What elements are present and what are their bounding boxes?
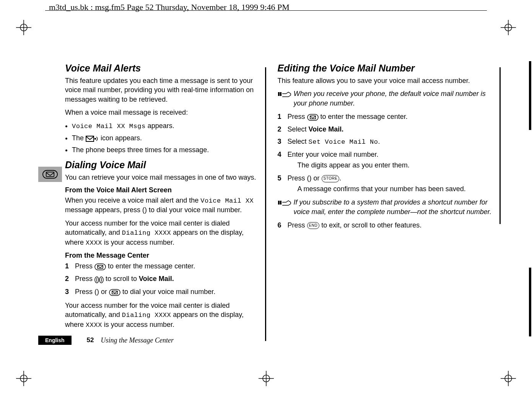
svg-rect-16 <box>46 172 54 177</box>
svg-rect-17 <box>86 136 94 141</box>
send-key: () <box>307 174 312 182</box>
step-text: . <box>339 174 341 182</box>
note: When you receive your phone, the default… <box>278 89 494 108</box>
page-footer: English 52 Using the Message Center <box>38 334 494 347</box>
envelope-key-icon <box>38 167 62 182</box>
envelope-key-icon <box>307 112 319 122</box>
crop-bar <box>529 61 531 406</box>
step-text: to exit, or scroll to other features. <box>319 221 421 229</box>
content-frame: Voice Mail Alerts This feature updates y… <box>38 63 494 341</box>
step-text: Select <box>288 138 309 145</box>
svg-rect-31 <box>278 201 280 205</box>
body-text: You can retrieve your voice mail message… <box>65 173 259 182</box>
step-item: 5 Press () or STORE. A message confirms … <box>278 173 494 194</box>
send-key: () <box>94 288 99 296</box>
column-divider <box>265 67 266 341</box>
step-item: 2 Select Voice Mail. <box>278 124 494 134</box>
step-text: . <box>378 138 380 145</box>
note-text: When you receive your phone, the default… <box>294 89 494 108</box>
note-text: If you subscribe to a system that provid… <box>294 198 494 216</box>
svg-rect-32 <box>280 201 281 205</box>
step-text: Select <box>288 125 309 133</box>
subheading: From the Voice Mail Alert Screen <box>65 186 259 194</box>
section-heading: Editing the Voice Mail Number <box>278 63 494 74</box>
list-text: The <box>72 134 86 142</box>
svg-rect-27 <box>278 92 280 96</box>
list-text: icon appears. <box>101 134 142 142</box>
svg-point-18 <box>95 138 96 140</box>
svg-rect-19 <box>95 264 106 270</box>
section-heading: Voice Mail Alerts <box>65 63 259 74</box>
step-subtext: A message confirms that your number has … <box>288 184 494 194</box>
step-text: or <box>99 288 109 296</box>
body-span: When you receive a voice mail alert and … <box>65 197 200 204</box>
step-text: Press <box>75 262 94 270</box>
step-text: Press <box>75 275 94 283</box>
register-mark-icon <box>501 20 516 35</box>
left-column: Voice Mail Alerts This feature updates y… <box>38 63 259 341</box>
list-item: The phone beeps three times for a messag… <box>72 145 259 155</box>
step-text: Press <box>288 113 307 120</box>
note-hand-icon <box>278 198 291 208</box>
step-item: 3 Press () or to dial your voice mail nu… <box>65 287 259 297</box>
step-list: 1 Press to enter the message center. 2 P… <box>65 261 259 297</box>
step-text: to enter the message center. <box>108 262 195 270</box>
register-mark-icon <box>259 371 274 386</box>
language-badge: English <box>38 336 72 345</box>
step-text: Press <box>288 221 307 229</box>
step-subtext: The digits appear as you enter them. <box>288 160 494 170</box>
body-text: This feature allows you to save your voi… <box>278 76 494 85</box>
body-span: to dial your voice mail number. <box>147 206 242 214</box>
list-text: appears. <box>146 122 174 130</box>
register-mark-icon <box>16 20 31 35</box>
list-item: The icon appears. <box>72 133 259 143</box>
lcd-text: Voice Mail XX <box>200 197 254 205</box>
store-key-icon: STORE <box>322 175 340 182</box>
body-text: When you receive a voice mail alert and … <box>65 196 259 215</box>
chapter-title: Using the Message Center <box>101 336 173 344</box>
page-number: 52 <box>87 336 94 344</box>
body-text: Your access number for the voice mail ce… <box>65 301 259 330</box>
register-mark-icon <box>16 371 31 386</box>
bullet-list: Voice Mail XX Msgs appears. The icon app… <box>65 121 259 155</box>
step-item: 3 Select Set Voice Mail No. <box>278 136 494 147</box>
step-text: Press <box>75 288 94 296</box>
step-item: 4 Enter your voice mail number. The digi… <box>278 149 494 170</box>
step-item: 1 Press to enter the message center. <box>65 261 259 271</box>
register-mark-icon <box>501 371 516 386</box>
step-text: Press <box>288 174 307 182</box>
svg-rect-28 <box>280 92 281 96</box>
step-item: 2 Press to scroll to Voice Mail. <box>65 274 259 284</box>
page: m3td_us.bk : msg.fm5 Page 52 Thursday, N… <box>0 0 532 406</box>
step-bold: Voice Mail. <box>309 125 344 133</box>
note: If you subscribe to a system that provid… <box>278 198 494 216</box>
step-bold: Voice Mail. <box>139 275 174 283</box>
running-head: m3td_us.bk : msg.fm5 Page 52 Thursday, N… <box>49 2 290 12</box>
svg-rect-25 <box>109 289 120 296</box>
column-divider <box>499 67 501 224</box>
step-text: to dial your voice mail number. <box>122 288 215 296</box>
svg-rect-15 <box>43 171 57 179</box>
step-text: Enter your voice mail number. <box>288 151 379 158</box>
end-key-icon: END <box>307 222 320 229</box>
note-hand-icon <box>278 90 291 99</box>
lcd-text: Dialing XXXX <box>122 229 171 237</box>
step-text: to scroll to <box>106 275 139 283</box>
right-column: Editing the Voice Mail Number This featu… <box>273 63 494 341</box>
subheading: From the Message Center <box>65 252 259 260</box>
envelope-sound-icon <box>86 133 99 143</box>
lcd-text: Voice Mail XX Msgs <box>72 123 146 130</box>
list-item: Voice Mail XX Msgs appears. <box>72 121 259 132</box>
body-span: is your access number. <box>102 239 174 246</box>
body-span: message appears, press <box>65 206 142 214</box>
step-item: 6 Press END to exit, or scroll to other … <box>278 220 494 230</box>
body-text: This feature updates you each time a mes… <box>65 76 259 104</box>
section-heading: Dialing Voice Mail <box>65 159 259 171</box>
lcd-text: XXXX <box>86 322 102 329</box>
scroll-keys-icon <box>94 274 104 284</box>
svg-rect-29 <box>307 114 318 120</box>
envelope-key-icon <box>94 261 106 271</box>
step-text: or <box>312 174 322 182</box>
envelope-key-icon <box>109 287 120 297</box>
body-span: is your access number. <box>102 321 174 328</box>
